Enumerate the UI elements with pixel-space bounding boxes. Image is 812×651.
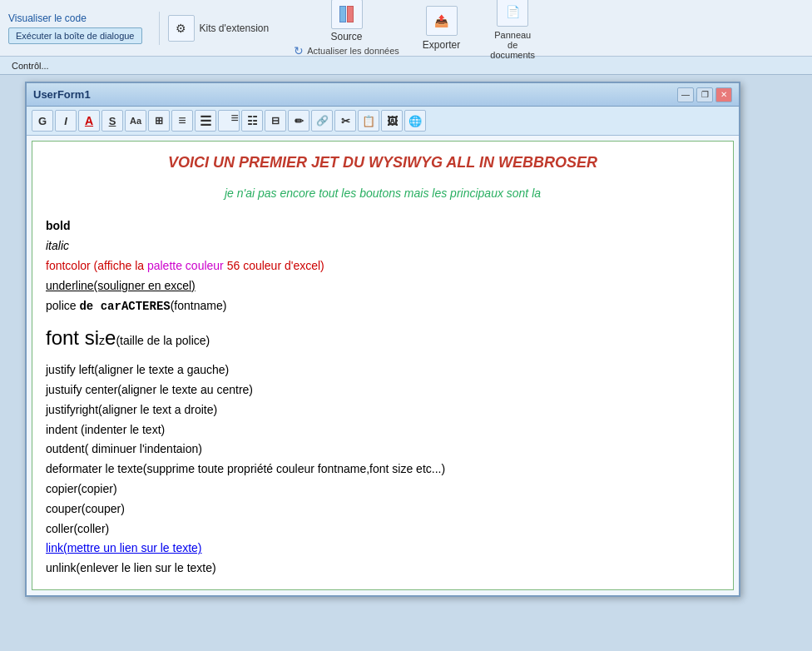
underline-text: underline(souligner en excel) — [46, 279, 196, 292]
justify-right-text: justifyright(aligner le text a droite) — [46, 403, 217, 416]
editor-content-area[interactable]: VOICI UN PREMIER JET DU WYSIWYG ALL IN W… — [32, 141, 734, 590]
actualiser-label: Actualiser les données — [307, 46, 399, 56]
justify-center-button[interactable]: ☰ — [195, 110, 216, 132]
excel-background: UserForm1 — ❐ ✕ G I A S Aa ⊞ ≡ ☰ ≡ ☷ ⊟ ✏… — [0, 75, 812, 651]
couper-text: couper(couper) — [46, 502, 125, 515]
source-group[interactable]: Source ↻ Actualiser les données — [294, 0, 399, 57]
link-button[interactable]: 🔗 — [311, 110, 333, 132]
source-icon[interactable] — [331, 0, 363, 29]
fontcolor-palette: palette couleur — [147, 259, 224, 272]
clean-button[interactable]: ✏ — [288, 110, 309, 132]
fontcolor-button[interactable]: A — [78, 110, 100, 132]
bold-button[interactable]: G — [32, 110, 53, 132]
indent-line: indent (indenter le text) — [46, 420, 720, 440]
bold-line: bold — [46, 216, 720, 236]
controle-bar: Contrôl... — [0, 57, 812, 75]
fontname-button[interactable]: Aa — [125, 110, 146, 132]
coller-text: coller(coller) — [46, 522, 109, 535]
kits-icon-area: ⚙ Kits d'extension — [168, 15, 270, 42]
web-button[interactable]: 🌐 — [404, 110, 426, 132]
fontsize-line: font size(taille de la police) — [46, 321, 720, 355]
justify-center-text: justuify center(aligner le texte au cent… — [46, 383, 253, 396]
fontsize-small: (taille de la police) — [116, 334, 210, 347]
panneau-label: Panneau de documents — [488, 30, 537, 60]
fontcolor-text1: fontcolor — [46, 259, 91, 272]
fontsize-e: e — [105, 326, 116, 349]
fontsize-z: z — [99, 334, 105, 347]
refresh-icon: ↻ — [294, 44, 304, 57]
indent-button[interactable]: ⊞ — [148, 110, 170, 132]
ribbon-left-group: Visualiser le code Exécuter la boîte de … — [8, 12, 142, 44]
police-line: police de carACTERES(fontname) — [46, 296, 720, 317]
fontcolor-text2: (affiche la — [94, 259, 144, 272]
police-bold: de carACTERES — [79, 300, 170, 313]
outdent-button[interactable]: ⊟ — [265, 110, 286, 132]
justify-right-line: justifyright(aligner le text a droite) — [46, 400, 720, 420]
titlebar-buttons: — ❐ ✕ — [677, 87, 732, 102]
actualiser-button[interactable]: ↻ Actualiser les données — [294, 44, 399, 57]
police-text2: (fontname) — [171, 299, 227, 312]
kits-group: ⚙ Kits d'extension — [159, 12, 278, 45]
unlink-line: unlink(enlever le lien sur le texte) — [46, 559, 720, 579]
outdent-line: outdent( diminuer l'indentaion) — [46, 440, 720, 460]
justify-left-line: justify left(aligner le texte a gauche) — [46, 360, 720, 380]
userform-window: UserForm1 — ❐ ✕ G I A S Aa ⊞ ≡ ☰ ≡ ☷ ⊟ ✏… — [25, 82, 740, 597]
justify-right-button[interactable]: ≡ — [218, 110, 240, 132]
justify-center-line: justuify center(aligner le texte au cent… — [46, 380, 720, 400]
justify-left-text: justify left(aligner le texte a gauche) — [46, 363, 229, 376]
underline-line: underline(souligner en excel) — [46, 276, 720, 296]
kits-icon[interactable]: ⚙ — [168, 15, 195, 42]
userform-titlebar: UserForm1 — ❐ ✕ — [27, 83, 739, 107]
editor-subtitle-line: je n'ai pas encore tout les boutons mais… — [46, 184, 720, 204]
unlink-text: unlink(enlever le lien sur le texte) — [46, 561, 216, 574]
italic-button[interactable]: I — [55, 110, 77, 132]
indent-text: indent (indenter le text) — [46, 423, 165, 436]
exporter-label: Exporter — [423, 39, 460, 51]
panneau-icon[interactable]: 📄 — [497, 0, 528, 27]
image-button[interactable]: 🖼 — [381, 110, 403, 132]
bold-text: bold — [46, 219, 71, 232]
restore-button[interactable]: ❐ — [696, 87, 713, 102]
italic-line: italic — [46, 236, 720, 256]
italic-text: italic — [46, 239, 69, 252]
outdent-text: outdent( diminuer l'indentaion) — [46, 442, 202, 455]
editor-toolbar: G I A S Aa ⊞ ≡ ☰ ≡ ☷ ⊟ ✏ 🔗 ✂ 📋 🖼 🌐 — [27, 107, 739, 136]
deformater-line: deformater le texte(supprime toute propr… — [46, 460, 720, 480]
editor-title-line: VOICI UN PREMIER JET DU WYSIWYG ALL IN W… — [46, 150, 720, 176]
fontcolor-line: fontcolor (affiche la palette couleur 56… — [46, 256, 720, 276]
controle-tab: Contrôl... — [5, 59, 56, 72]
exporter-group[interactable]: 📤 Exporter — [416, 6, 467, 51]
cut-button[interactable]: ✂ — [334, 110, 356, 132]
copy-button[interactable]: 📋 — [358, 110, 379, 132]
couper-line: couper(couper) — [46, 499, 720, 519]
deformater-text: deformater le texte(supprime toute propr… — [46, 462, 445, 475]
copier-line: copier(copier) — [46, 480, 720, 499]
list-button[interactable]: ☷ — [241, 110, 263, 132]
panneau-group[interactable]: 📄 Panneau de documents — [483, 0, 542, 60]
close-button[interactable]: ✕ — [715, 87, 732, 102]
copier-text: copier(copier) — [46, 482, 117, 495]
fontcolor-text3: 56 couleur d'excel) — [227, 259, 324, 272]
police-text1: police — [46, 299, 79, 312]
link-text[interactable]: link(mettre un lien sur le texte) — [46, 541, 202, 554]
fontsize-big: font si — [46, 326, 99, 349]
exporter-icon[interactable]: 📤 — [426, 6, 458, 36]
source-label: Source — [331, 31, 363, 42]
kits-label: Kits d'extension — [200, 22, 270, 34]
underline-button[interactable]: S — [102, 110, 123, 132]
link-line: link(mettre un lien sur le texte) — [46, 539, 720, 559]
justify-left-button[interactable]: ≡ — [171, 110, 193, 132]
userform-title: UserForm1 — [33, 88, 91, 101]
minimize-button[interactable]: — — [677, 87, 694, 102]
ribbon: Visualiser le code Exécuter la boîte de … — [0, 0, 812, 57]
executer-button[interactable]: Exécuter la boîte de dialogue — [8, 27, 142, 44]
visualiser-link[interactable]: Visualiser le code — [8, 12, 142, 24]
coller-line: coller(coller) — [46, 519, 720, 539]
